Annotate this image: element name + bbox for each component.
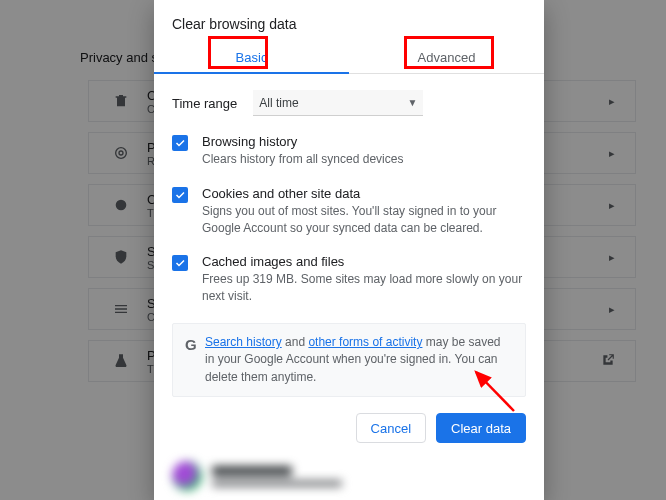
link-other-activity[interactable]: other forms of activity	[308, 335, 422, 349]
checkbox-cookies[interactable]	[172, 187, 188, 203]
google-account-info: G Search history and other forms of acti…	[172, 323, 526, 397]
blurred-name	[212, 466, 292, 476]
dialog-buttons: Cancel Clear data	[172, 413, 526, 443]
option-desc: Signs you out of most sites. You'll stay…	[202, 203, 526, 237]
option-desc: Clears history from all synced devices	[202, 151, 403, 168]
cancel-button[interactable]: Cancel	[356, 413, 426, 443]
caret-down-icon: ▼	[407, 97, 417, 108]
time-range-select[interactable]: All time ▼	[253, 90, 423, 116]
link-search-history[interactable]: Search history	[205, 335, 282, 349]
tab-basic[interactable]: Basic	[154, 42, 349, 73]
option-title: Cookies and other site data	[202, 186, 526, 201]
tab-active-underline	[154, 72, 349, 74]
blurred-email	[212, 480, 342, 487]
option-browsing-history: Browsing history Clears history from all…	[172, 134, 526, 168]
option-cookies: Cookies and other site data Signs you ou…	[172, 186, 526, 237]
option-title: Browsing history	[202, 134, 403, 149]
dialog-tabs: Basic Advanced	[154, 42, 544, 74]
blurred-user-row	[172, 461, 526, 491]
time-range-row: Time range All time ▼	[172, 90, 526, 116]
option-desc: Frees up 319 MB. Some sites may load mor…	[202, 271, 526, 305]
checkbox-browsing-history[interactable]	[172, 135, 188, 151]
option-title: Cached images and files	[202, 254, 526, 269]
avatar	[172, 461, 202, 491]
clear-browsing-data-dialog: Clear browsing data Basic Advanced Time …	[154, 0, 544, 500]
clear-data-button[interactable]: Clear data	[436, 413, 526, 443]
time-range-label: Time range	[172, 96, 237, 111]
dialog-title: Clear browsing data	[172, 16, 526, 32]
time-range-value: All time	[259, 96, 298, 110]
checkbox-cache[interactable]	[172, 255, 188, 271]
tab-advanced[interactable]: Advanced	[349, 42, 544, 73]
option-cache: Cached images and files Frees up 319 MB.…	[172, 254, 526, 305]
google-logo-icon: G	[185, 334, 205, 386]
